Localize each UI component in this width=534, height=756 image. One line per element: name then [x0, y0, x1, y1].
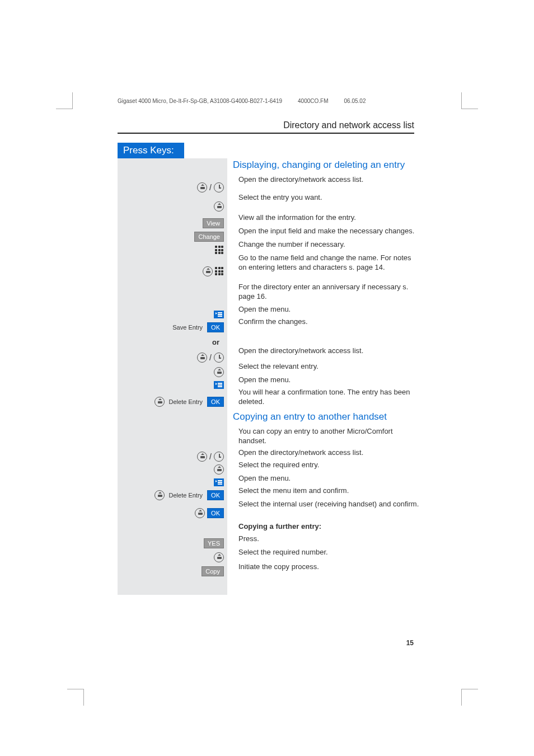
- menu-icon: [214, 381, 224, 389]
- desc-view: View all the information for the entry.: [233, 213, 421, 227]
- desc-open-dir: Open the directory/network access list.: [233, 175, 421, 193]
- left-column: / View Change Save Entry OK or: [118, 158, 227, 595]
- desc-open-dir2: Open the directory/network access list.: [233, 346, 421, 362]
- nav-icon: [203, 266, 213, 276]
- clock-icon: [214, 452, 224, 462]
- clock-icon: [214, 182, 224, 192]
- copy-key: Copy: [202, 566, 224, 576]
- nav-icon: [197, 353, 207, 363]
- desc-press: Press.: [233, 534, 421, 548]
- keypad-icon: [215, 246, 224, 255]
- desc-select-req: Select the required entry.: [233, 461, 421, 474]
- desc-select-entry: Select the entry you want.: [233, 193, 421, 213]
- desc-change-number: Change the number if necessary.: [233, 240, 421, 253]
- slash: /: [209, 183, 212, 192]
- ok-key: OK: [207, 508, 224, 518]
- nav-icon: [214, 464, 224, 475]
- ok-key: OK: [207, 490, 224, 500]
- doc-file: 4000CO.FM: [298, 98, 328, 104]
- subhead-copy: Copying an entry to another handset: [233, 411, 415, 422]
- ok-key: OK: [207, 322, 224, 332]
- nav-icon: [214, 552, 224, 562]
- nav-icon: [214, 201, 224, 212]
- desc-delete-confirm: You will hear a confirmation tone. The e…: [233, 388, 421, 409]
- doc-date: 06.05.02: [344, 98, 366, 104]
- desc-select-menu-item: Select the menu item and confirm.: [233, 486, 421, 500]
- copy-further-label: Copying a further entry:: [233, 522, 421, 534]
- slash: /: [209, 353, 212, 362]
- or-label: or: [212, 338, 224, 346]
- content-area: / View Change Save Entry OK or: [118, 158, 415, 595]
- desc-change: Open the input field and make the necess…: [233, 227, 421, 240]
- menu-save-entry: Save Entry: [172, 324, 205, 331]
- nav-icon: [214, 367, 224, 377]
- crop-mark-tl: [56, 92, 73, 109]
- nav-icon: [195, 508, 205, 518]
- slash: /: [209, 452, 212, 461]
- ok-key: OK: [207, 397, 224, 407]
- nav-icon: [154, 490, 165, 500]
- menu-delete-entry: Delete Entry: [169, 398, 205, 405]
- nav-icon: [197, 452, 207, 462]
- doc-title: Gigaset 4000 Micro, De-It-Fr-Sp-GB, A310…: [118, 98, 282, 104]
- desc-initiate: Initiate the copy process.: [233, 562, 421, 576]
- desc-open-dir3: Open the directory/network access list.: [233, 448, 421, 461]
- yes-key: YES: [204, 538, 224, 548]
- desc-select-num: Select the required number.: [233, 548, 421, 562]
- nav-icon: [154, 397, 165, 407]
- clock-icon: [214, 353, 224, 363]
- desc-confirm: Confirm the changes.: [233, 317, 421, 331]
- menu-icon: [214, 311, 224, 318]
- right-column: Displaying, changing or deleting an entr…: [227, 158, 415, 595]
- press-keys-header: Press Keys:: [118, 143, 184, 158]
- nav-icon: [197, 182, 207, 192]
- desc-goto-name: Go to the name field and change the name…: [233, 253, 421, 283]
- desc-select-rel: Select the relevant entry.: [233, 362, 421, 375]
- desc-open-menu3: Open the menu.: [233, 474, 421, 486]
- subhead-display: Displaying, changing or deleting an entr…: [233, 159, 415, 171]
- desc-anniversary: For the directory enter an anniversary i…: [233, 283, 421, 305]
- running-header: Gigaset 4000 Micro, De-It-Fr-Sp-GB, A310…: [118, 98, 414, 104]
- section-title: Directory and network access list: [118, 120, 414, 134]
- page-number: 15: [406, 639, 414, 647]
- desc-open-menu: Open the menu.: [233, 305, 421, 317]
- keypad-icon: [215, 267, 224, 276]
- crop-mark-br: [461, 689, 478, 706]
- view-key: View: [203, 218, 224, 228]
- change-key: Change: [194, 232, 224, 242]
- desc-open-menu2: Open the menu.: [233, 375, 421, 388]
- desc-copy-intro: You can copy an entry to another Micro/C…: [233, 427, 421, 448]
- crop-mark-tr: [461, 92, 478, 109]
- desc-select-internal: Select the internal user (receiving hand…: [233, 500, 421, 522]
- menu-icon: [214, 478, 224, 486]
- menu-delete-entry: Delete Entry: [169, 492, 205, 499]
- crop-mark-bl: [67, 689, 84, 706]
